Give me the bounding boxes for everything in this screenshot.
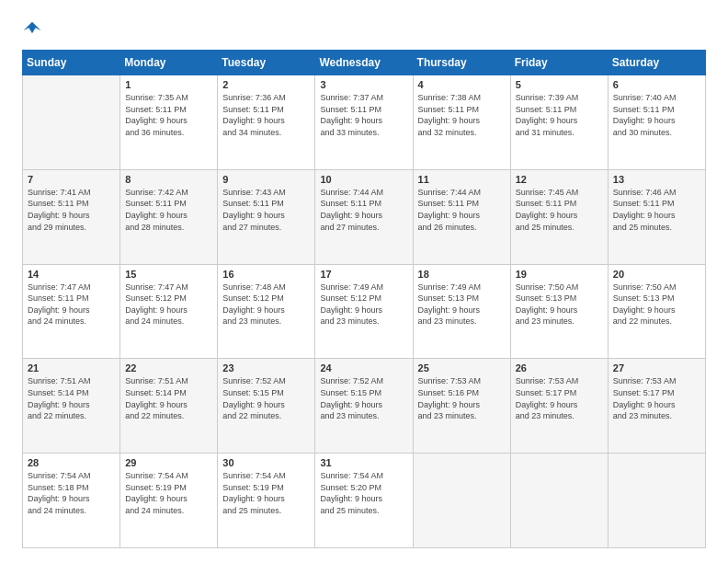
day-info: Sunrise: 7:48 AMSunset: 5:12 PMDaylight:… [222, 282, 310, 327]
day-info: Sunrise: 7:40 AMSunset: 5:11 PMDaylight:… [613, 92, 700, 138]
calendar-cell: 10Sunrise: 7:44 AMSunset: 5:11 PMDayligh… [315, 169, 413, 264]
day-number: 2 [222, 79, 310, 90]
day-number: 6 [613, 79, 700, 90]
day-number: 12 [516, 174, 603, 185]
col-header-saturday: Saturday [608, 51, 705, 75]
day-info: Sunrise: 7:54 AMSunset: 5:18 PMDaylight:… [28, 470, 115, 516]
day-info: Sunrise: 7:54 AMSunset: 5:19 PMDaylight:… [222, 470, 310, 516]
calendar-cell: 22Sunrise: 7:51 AMSunset: 5:14 PMDayligh… [120, 359, 218, 454]
day-number: 8 [125, 174, 212, 185]
calendar-cell: 12Sunrise: 7:45 AMSunset: 5:11 PMDayligh… [510, 169, 608, 264]
calendar-cell: 8Sunrise: 7:42 AMSunset: 5:11 PMDaylight… [120, 169, 218, 264]
day-number: 13 [613, 174, 700, 185]
day-number: 25 [418, 362, 506, 373]
day-info: Sunrise: 7:50 AMSunset: 5:13 PMDaylight:… [613, 282, 700, 327]
day-number: 20 [613, 269, 700, 280]
calendar-cell: 3Sunrise: 7:37 AMSunset: 5:11 PMDaylight… [315, 75, 413, 170]
day-info: Sunrise: 7:53 AMSunset: 5:17 PMDaylight:… [516, 375, 603, 421]
col-header-sunday: Sunday [23, 51, 120, 75]
calendar-cell [413, 454, 510, 548]
calendar-cell: 11Sunrise: 7:44 AMSunset: 5:11 PMDayligh… [413, 169, 510, 264]
day-number: 15 [125, 269, 212, 280]
day-info: Sunrise: 7:47 AMSunset: 5:11 PMDaylight:… [28, 282, 115, 327]
day-number: 9 [222, 174, 310, 185]
day-info: Sunrise: 7:37 AMSunset: 5:11 PMDaylight:… [320, 92, 407, 138]
day-info: Sunrise: 7:49 AMSunset: 5:12 PMDaylight:… [320, 282, 407, 327]
day-number: 11 [418, 174, 506, 185]
day-number: 1 [125, 79, 212, 90]
day-info: Sunrise: 7:35 AMSunset: 5:11 PMDaylight:… [125, 92, 212, 138]
col-header-wednesday: Wednesday [315, 51, 413, 75]
day-number: 23 [222, 362, 310, 373]
calendar-cell: 17Sunrise: 7:49 AMSunset: 5:12 PMDayligh… [315, 264, 413, 359]
calendar-cell: 24Sunrise: 7:52 AMSunset: 5:15 PMDayligh… [315, 359, 413, 454]
day-number: 28 [28, 457, 115, 468]
day-info: Sunrise: 7:52 AMSunset: 5:15 PMDaylight:… [320, 375, 407, 421]
col-header-friday: Friday [510, 51, 608, 75]
day-number: 22 [125, 362, 212, 373]
day-info: Sunrise: 7:36 AMSunset: 5:11 PMDaylight:… [222, 92, 310, 138]
day-number: 14 [28, 269, 115, 280]
logo-line1 [22, 18, 42, 39]
calendar-cell [23, 75, 120, 170]
calendar-cell: 27Sunrise: 7:53 AMSunset: 5:17 PMDayligh… [608, 359, 705, 454]
day-info: Sunrise: 7:38 AMSunset: 5:11 PMDaylight:… [418, 92, 506, 138]
calendar-cell: 18Sunrise: 7:49 AMSunset: 5:13 PMDayligh… [413, 264, 510, 359]
col-header-thursday: Thursday [413, 51, 510, 75]
day-info: Sunrise: 7:51 AMSunset: 5:14 PMDaylight:… [125, 375, 212, 421]
day-number: 5 [516, 79, 603, 90]
header [22, 18, 706, 39]
day-number: 31 [320, 457, 407, 468]
logo [22, 18, 42, 39]
svg-marker-0 [23, 22, 40, 33]
calendar-cell: 4Sunrise: 7:38 AMSunset: 5:11 PMDaylight… [413, 75, 510, 170]
calendar-cell [510, 454, 608, 548]
calendar-cell: 31Sunrise: 7:54 AMSunset: 5:20 PMDayligh… [315, 454, 413, 548]
logo-bird-icon [22, 18, 42, 39]
calendar-cell: 2Sunrise: 7:36 AMSunset: 5:11 PMDaylight… [218, 75, 315, 170]
day-info: Sunrise: 7:50 AMSunset: 5:13 PMDaylight:… [516, 282, 603, 327]
day-number: 30 [222, 457, 310, 468]
calendar-cell [608, 454, 705, 548]
day-info: Sunrise: 7:45 AMSunset: 5:11 PMDaylight:… [516, 187, 603, 233]
day-number: 21 [28, 362, 115, 373]
day-info: Sunrise: 7:54 AMSunset: 5:19 PMDaylight:… [125, 470, 212, 516]
day-info: Sunrise: 7:41 AMSunset: 5:11 PMDaylight:… [28, 187, 115, 233]
page: SundayMondayTuesdayWednesdayThursdayFrid… [0, 0, 728, 563]
day-info: Sunrise: 7:54 AMSunset: 5:20 PMDaylight:… [320, 470, 407, 516]
calendar-cell: 28Sunrise: 7:54 AMSunset: 5:18 PMDayligh… [23, 454, 120, 548]
day-number: 7 [28, 174, 115, 185]
calendar-cell: 26Sunrise: 7:53 AMSunset: 5:17 PMDayligh… [510, 359, 608, 454]
day-number: 19 [516, 269, 603, 280]
calendar-cell: 21Sunrise: 7:51 AMSunset: 5:14 PMDayligh… [23, 359, 120, 454]
day-info: Sunrise: 7:43 AMSunset: 5:11 PMDaylight:… [222, 187, 310, 233]
day-number: 24 [320, 362, 407, 373]
calendar-cell: 13Sunrise: 7:46 AMSunset: 5:11 PMDayligh… [608, 169, 705, 264]
calendar-cell: 20Sunrise: 7:50 AMSunset: 5:13 PMDayligh… [608, 264, 705, 359]
calendar-cell: 7Sunrise: 7:41 AMSunset: 5:11 PMDaylight… [23, 169, 120, 264]
calendar-cell: 5Sunrise: 7:39 AMSunset: 5:11 PMDaylight… [510, 75, 608, 170]
day-number: 17 [320, 269, 407, 280]
calendar-cell: 29Sunrise: 7:54 AMSunset: 5:19 PMDayligh… [120, 454, 218, 548]
day-info: Sunrise: 7:53 AMSunset: 5:17 PMDaylight:… [613, 375, 700, 421]
day-number: 4 [418, 79, 506, 90]
day-info: Sunrise: 7:53 AMSunset: 5:16 PMDaylight:… [418, 375, 506, 421]
day-number: 3 [320, 79, 407, 90]
day-info: Sunrise: 7:51 AMSunset: 5:14 PMDaylight:… [28, 375, 115, 421]
day-number: 18 [418, 269, 506, 280]
calendar-cell: 15Sunrise: 7:47 AMSunset: 5:12 PMDayligh… [120, 264, 218, 359]
day-info: Sunrise: 7:42 AMSunset: 5:11 PMDaylight:… [125, 187, 212, 233]
day-number: 10 [320, 174, 407, 185]
calendar-cell: 14Sunrise: 7:47 AMSunset: 5:11 PMDayligh… [23, 264, 120, 359]
day-number: 27 [613, 362, 700, 373]
day-info: Sunrise: 7:52 AMSunset: 5:15 PMDaylight:… [222, 375, 310, 421]
day-info: Sunrise: 7:39 AMSunset: 5:11 PMDaylight:… [516, 92, 603, 138]
calendar-table: SundayMondayTuesdayWednesdayThursdayFrid… [22, 50, 706, 548]
calendar-cell: 19Sunrise: 7:50 AMSunset: 5:13 PMDayligh… [510, 264, 608, 359]
day-info: Sunrise: 7:46 AMSunset: 5:11 PMDaylight:… [613, 187, 700, 233]
day-info: Sunrise: 7:44 AMSunset: 5:11 PMDaylight:… [418, 187, 506, 233]
day-number: 29 [125, 457, 212, 468]
day-number: 16 [222, 269, 310, 280]
day-info: Sunrise: 7:44 AMSunset: 5:11 PMDaylight:… [320, 187, 407, 233]
col-header-monday: Monday [120, 51, 218, 75]
